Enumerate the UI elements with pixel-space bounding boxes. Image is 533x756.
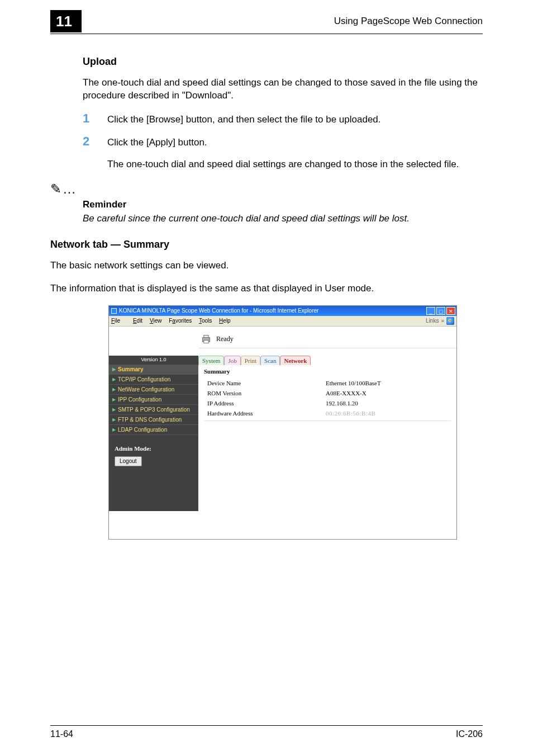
window-title: KONICA MINOLTA Page Scope Web Connection… — [110, 308, 318, 314]
step-2-extra: The one-touch dial and speed dial settin… — [107, 158, 483, 171]
menubar-right: Links » — [426, 317, 454, 325]
page-footer: 11-64 IC-206 — [50, 725, 483, 739]
sidebar-item-tcpip[interactable]: ▶ TCP/IP Configuration — [109, 375, 198, 385]
cell-value: 192.168.1.20 — [322, 398, 451, 408]
status-text: Ready — [216, 335, 234, 343]
sidebar-item-smtp-pop3[interactable]: ▶ SMTP & POP3 Configuration — [109, 405, 198, 415]
sidebar-item-label: LDAP Configuration — [118, 427, 167, 433]
header-rule — [50, 34, 483, 34]
tab-network[interactable]: Network — [280, 356, 311, 365]
browser-window: KONICA MINOLTA Page Scope Web Connection… — [108, 305, 457, 540]
window-buttons: _ ▢ ✕ — [426, 307, 455, 315]
main-layout: Version 1.0 ▶ Summary ▶ TCP/IP Configura… — [109, 356, 456, 511]
arrow-icon: ▶ — [112, 427, 116, 432]
cell-value: Ethernet 10/100BaseT — [322, 378, 451, 388]
sidebar-item-netware[interactable]: ▶ NetWare Configuration — [109, 385, 198, 395]
admin-mode-label: Admin Mode: — [109, 435, 198, 455]
links-chevron-icon[interactable]: » — [441, 318, 444, 324]
sidebar-item-ipp[interactable]: ▶ IPP Configuration — [109, 395, 198, 405]
brand-area — [109, 327, 198, 356]
step-text: Click the [Apply] button. — [107, 135, 207, 149]
cell-value: A08E-XXXX-X — [322, 388, 451, 398]
cell-key: IP Address — [204, 398, 322, 408]
sidebar-item-label: NetWare Configuration — [118, 386, 174, 393]
status-area: Ready — [198, 327, 456, 348]
network-summary-heading: Network tab — Summary — [50, 239, 483, 251]
step-number: 2 — [83, 135, 107, 148]
arrow-icon: ▶ — [112, 377, 116, 382]
maximize-icon[interactable]: ▢ — [436, 307, 445, 315]
cell-value: 00:20:6B:56:B:4B — [322, 408, 451, 418]
sidebar-item-ldap[interactable]: ▶ LDAP Configuration — [109, 425, 198, 435]
note-title: Reminder — [83, 199, 483, 210]
sidebar-item-label: Summary — [118, 366, 144, 372]
note-icon: ✎… — [50, 181, 77, 197]
upload-heading: Upload — [83, 56, 483, 68]
running-header: Using PageScope Web Connection — [334, 16, 483, 27]
chapter-number: 11 — [50, 10, 82, 32]
network-p1: The basic network settings can be viewed… — [50, 259, 483, 272]
step-text: Click the [Browse] button, and then sele… — [107, 112, 381, 126]
footer-right: IC-206 — [456, 729, 483, 739]
svg-rect-1 — [204, 335, 208, 337]
body-panel: Summary Device Name Ethernet 10/100BaseT… — [198, 356, 456, 511]
arrow-icon: ▶ — [112, 407, 116, 412]
tab-system[interactable]: System — [198, 356, 224, 365]
svg-rect-2 — [204, 340, 208, 343]
footer-left: 11-64 — [50, 729, 73, 739]
step-1: 1 Click the [Browse] button, and then se… — [83, 112, 483, 126]
tabs-row: System Job Print Scan Network — [198, 356, 311, 365]
step-list: 1 Click the [Browse] button, and then se… — [83, 112, 483, 149]
step-number: 1 — [83, 112, 107, 125]
note-body: Be careful since the current one-touch d… — [83, 212, 483, 225]
window-title-bar: KONICA MINOLTA Page Scope Web Connection… — [109, 306, 456, 316]
cell-key: Hardware Address — [204, 408, 322, 418]
version-label: Version 1.0 — [109, 356, 198, 365]
tab-scan[interactable]: Scan — [260, 356, 280, 365]
sidebar-item-label: SMTP & POP3 Configuration — [118, 407, 190, 413]
panel-divider — [204, 420, 451, 421]
menu-favorites[interactable]: Favorites — [169, 318, 192, 324]
arrow-icon: ▶ — [112, 417, 116, 422]
arrow-icon: ▶ — [112, 367, 116, 372]
menubar-left: File Edit View Favorites Tools Help — [111, 318, 236, 324]
links-label[interactable]: Links — [426, 318, 439, 324]
sidebar-item-label: FTP & DNS Configuration — [118, 417, 182, 423]
tab-job[interactable]: Job — [224, 356, 240, 365]
page-header: Ready — [109, 327, 456, 356]
arrow-icon: ▶ — [112, 387, 116, 392]
table-row: IP Address 192.168.1.20 — [204, 398, 451, 408]
cell-key: Device Name — [204, 378, 322, 388]
sidebar-item-summary[interactable]: ▶ Summary — [109, 365, 198, 375]
table-row: ROM Version A08E-XXXX-X — [204, 388, 451, 398]
browser-menubar: File Edit View Favorites Tools Help Link… — [109, 316, 456, 327]
tab-print[interactable]: Print — [241, 356, 260, 365]
logout-button[interactable]: Logout — [115, 456, 142, 466]
sidebar: Version 1.0 ▶ Summary ▶ TCP/IP Configura… — [109, 356, 198, 511]
menu-view[interactable]: View — [150, 318, 162, 324]
sidebar-item-ftp-dns[interactable]: ▶ FTP & DNS Configuration — [109, 415, 198, 425]
menu-tools[interactable]: Tools — [199, 318, 212, 324]
printer-icon — [201, 334, 212, 345]
ie-logo-icon — [446, 317, 454, 325]
upload-intro: The one-touch dial and speed dial settin… — [83, 77, 483, 102]
sidebar-item-label: TCP/IP Configuration — [118, 376, 170, 382]
cell-key: ROM Version — [204, 388, 322, 398]
close-icon[interactable]: ✕ — [446, 307, 455, 315]
minimize-icon[interactable]: _ — [426, 307, 435, 315]
menu-file[interactable]: File — [111, 318, 126, 324]
sidebar-item-label: IPP Configuration — [118, 396, 161, 403]
summary-table: Device Name Ethernet 10/100BaseT ROM Ver… — [204, 378, 451, 418]
panel-title: Summary — [204, 368, 451, 375]
svg-point-3 — [208, 338, 210, 339]
menu-help[interactable]: Help — [219, 318, 231, 324]
browser-content: Ready System Job Print Scan Network — [109, 327, 456, 539]
network-p2: The information that is displayed is the… — [50, 282, 483, 295]
table-row: Hardware Address 00:20:6B:56:B:4B — [204, 408, 451, 418]
table-row: Device Name Ethernet 10/100BaseT — [204, 378, 451, 388]
step-2: 2 Click the [Apply] button. — [83, 135, 483, 149]
menu-edit[interactable]: Edit — [133, 318, 142, 324]
arrow-icon: ▶ — [112, 397, 116, 402]
